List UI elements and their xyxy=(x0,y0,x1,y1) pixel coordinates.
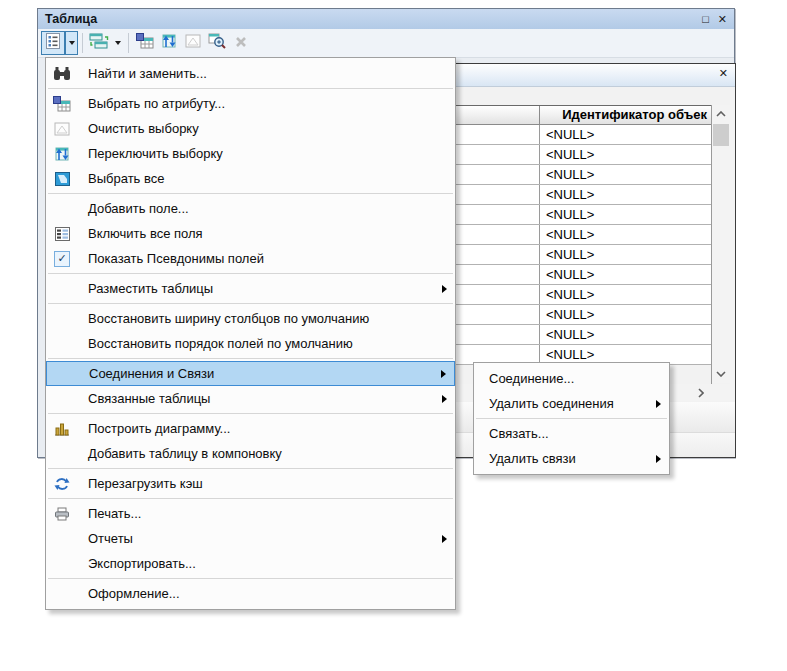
table-cell-object-id[interactable]: <NULL> xyxy=(539,225,711,244)
menu-item[interactable]: Печать... xyxy=(46,501,455,526)
bar-chart-icon xyxy=(51,419,73,439)
menu-item-label: Очистить выборку xyxy=(88,121,199,136)
caret-down-icon xyxy=(115,41,121,45)
vertical-scrollbar[interactable] xyxy=(712,105,730,383)
menu-item[interactable]: ✓Показать Псевдонимы полей xyxy=(46,246,455,271)
menu-item[interactable]: Добавить таблицу в компоновку xyxy=(46,441,455,466)
select-by-attributes-icon xyxy=(136,33,154,53)
chevron-right-icon xyxy=(698,388,704,398)
menu-item[interactable]: Построить диаграмму... xyxy=(46,416,455,441)
related-tables-dropdown[interactable] xyxy=(111,31,124,55)
menu-item[interactable]: Очистить выборку xyxy=(46,116,455,141)
turn-fields-on-icon xyxy=(51,224,73,244)
menu-item-label: Выбрать по атрибуту... xyxy=(88,96,225,111)
select-by-attributes-icon xyxy=(51,94,73,114)
table-cell-object-id[interactable]: <NULL> xyxy=(539,145,711,164)
window-titlebar[interactable]: Таблица □ ✕ xyxy=(38,9,734,29)
menu-separator xyxy=(48,303,453,304)
menu-item-label: Построить диаграмму... xyxy=(88,421,230,436)
close-button[interactable]: ✕ xyxy=(718,10,727,28)
table-cell-object-id[interactable]: <NULL> xyxy=(539,285,711,304)
clear-selection-icon xyxy=(51,119,73,139)
related-tables-button[interactable] xyxy=(87,31,111,55)
table-cell-object-id[interactable]: <NULL> xyxy=(539,125,711,144)
menu-item[interactable]: Оформление... xyxy=(46,581,455,606)
menu-item-label: Удалить связи xyxy=(489,451,576,466)
submenu-arrow-icon xyxy=(656,455,661,463)
menu-item-label: Удалить соединения xyxy=(489,396,614,411)
delete-x-icon xyxy=(235,34,247,52)
menu-item-label: Восстановить ширину столбцов по умолчани… xyxy=(88,311,369,326)
desktop: Таблица □ ✕ xyxy=(0,0,787,671)
toolbar-separator xyxy=(82,33,83,53)
switch-selection-button[interactable] xyxy=(157,31,181,55)
table-options-dropdown[interactable] xyxy=(65,31,78,55)
menu-separator xyxy=(48,578,453,579)
delete-selected-button[interactable] xyxy=(229,31,253,55)
table-options-menu: Найти и заменить...Выбрать по атрибуту..… xyxy=(45,57,456,610)
table-cell-object-id[interactable]: <NULL> xyxy=(539,245,711,264)
table-cell-object-id[interactable]: <NULL> xyxy=(539,325,711,344)
menu-item[interactable]: Разместить таблицы xyxy=(46,276,455,301)
scroll-right-button[interactable] xyxy=(690,384,712,401)
scroll-down-button[interactable] xyxy=(712,365,730,383)
menu-item[interactable]: Перезагрузить кэш xyxy=(46,471,455,496)
switch-selection-icon xyxy=(51,144,73,164)
menu-item-label: Восстановить порядок полей по умолчанию xyxy=(88,336,353,351)
menu-item[interactable]: Экспортировать... xyxy=(46,551,455,576)
maximize-button[interactable]: □ xyxy=(702,10,709,28)
menu-item-label: Включить все поля xyxy=(88,226,203,241)
menu-item[interactable]: Связанные таблицы xyxy=(46,386,455,411)
scrollbar-thumb[interactable] xyxy=(713,124,729,146)
menu-separator xyxy=(48,193,453,194)
printer-icon xyxy=(51,504,73,524)
table-cell-object-id[interactable]: <NULL> xyxy=(539,165,711,184)
menu-item[interactable]: Найти и заменить... xyxy=(46,61,455,86)
table-cell-object-id[interactable]: <NULL> xyxy=(539,265,711,284)
select-all-icon xyxy=(51,169,73,189)
menu-item[interactable]: Удалить соединения xyxy=(474,391,669,416)
menu-item-label: Соединения и Связи xyxy=(89,366,214,381)
menu-item[interactable]: Соединения и Связи xyxy=(46,361,455,386)
chevron-up-icon xyxy=(716,111,726,117)
submenu-arrow-icon xyxy=(656,400,661,408)
menu-separator xyxy=(48,468,453,469)
menu-item[interactable]: Соединение... xyxy=(474,366,669,391)
menu-item[interactable]: Включить все поля xyxy=(46,221,455,246)
table-options-icon xyxy=(46,33,60,53)
menu-item-label: Показать Псевдонимы полей xyxy=(88,251,264,266)
menu-item[interactable]: Связать... xyxy=(474,421,669,446)
menu-item[interactable]: Удалить связи xyxy=(474,446,669,471)
panel-close-button[interactable]: ✕ xyxy=(719,67,728,80)
column-header-object-id[interactable]: Идентификатор объек xyxy=(539,106,711,124)
related-tables-icon xyxy=(89,33,109,53)
submenu-arrow-icon xyxy=(442,535,447,543)
clear-selection-button[interactable] xyxy=(181,31,205,55)
menu-item[interactable]: Добавить поле... xyxy=(46,196,455,221)
table-options-button[interactable] xyxy=(41,31,65,55)
joins-relates-submenu: Соединение...Удалить соединенияСвязать..… xyxy=(473,362,670,475)
table-cell-object-id[interactable]: <NULL> xyxy=(539,305,711,324)
menu-separator xyxy=(48,88,453,89)
scroll-up-button[interactable] xyxy=(712,105,730,123)
menu-item[interactable]: Отчеты xyxy=(46,526,455,551)
zoom-to-selected-icon xyxy=(208,33,226,53)
table-cell-object-id[interactable]: <NULL> xyxy=(539,185,711,204)
menu-item[interactable]: Восстановить порядок полей по умолчанию xyxy=(46,331,455,356)
menu-separator xyxy=(48,413,453,414)
zoom-to-selected-button[interactable] xyxy=(205,31,229,55)
select-by-attributes-button[interactable] xyxy=(133,31,157,55)
menu-item[interactable]: Выбрать по атрибуту... xyxy=(46,91,455,116)
submenu-arrow-icon xyxy=(442,395,447,403)
menu-item-label: Связанные таблицы xyxy=(88,391,210,406)
table-cell-object-id[interactable]: <NULL> xyxy=(539,205,711,224)
menu-item-label: Разместить таблицы xyxy=(88,281,213,296)
menu-item-label: Связать... xyxy=(489,426,549,441)
menu-separator xyxy=(476,418,667,419)
menu-item-label: Экспортировать... xyxy=(88,556,196,571)
menu-item-label: Отчеты xyxy=(88,531,133,546)
menu-item[interactable]: Восстановить ширину столбцов по умолчани… xyxy=(46,306,455,331)
caret-down-icon xyxy=(69,41,75,45)
menu-item[interactable]: Выбрать все xyxy=(46,166,455,191)
menu-item[interactable]: Переключить выборку xyxy=(46,141,455,166)
